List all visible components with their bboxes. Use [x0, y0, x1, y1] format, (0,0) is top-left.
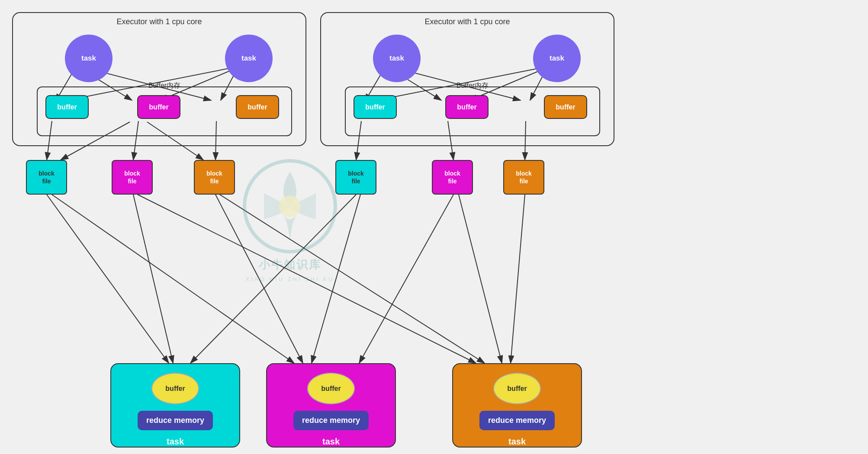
svg-line-25 — [190, 195, 356, 363]
right-buffer-mem-label: Buffer内存 — [457, 81, 489, 90]
svg-line-31 — [138, 195, 476, 363]
left-task1: task — [65, 35, 113, 82]
reduce-memory-magenta: reduce memory — [293, 411, 369, 430]
right-buffer-mem-box: Buffer内存 buffer buffer buffer — [345, 86, 600, 136]
bottom-task-label-magenta: task — [322, 437, 340, 447]
left-blockfile-cyan: blockfile — [26, 160, 67, 195]
svg-point-33 — [279, 195, 301, 217]
left-buffer-mem-box: Buffer内存 buffer buffer buffer — [37, 86, 292, 136]
bottom-task-label-orange: task — [508, 437, 526, 447]
bottom-task-magenta: buffer reduce memory task — [266, 363, 396, 448]
left-buffer-orange: buffer — [236, 95, 279, 119]
right-task2: task — [533, 35, 581, 82]
bottom-task-cyan: buffer reduce memory task — [110, 363, 240, 448]
left-blockfile-magenta: blockfile — [112, 160, 153, 195]
svg-line-22 — [133, 195, 173, 363]
left-buffer-magenta: buffer — [137, 95, 180, 119]
left-task2: task — [225, 35, 273, 82]
reduce-memory-cyan: reduce memory — [138, 411, 213, 430]
left-buffer-cyan: buffer — [45, 95, 89, 119]
svg-line-26 — [312, 195, 360, 363]
svg-line-30 — [220, 195, 485, 363]
svg-line-28 — [511, 195, 525, 363]
right-task1: task — [373, 35, 421, 82]
left-executor-box: Executor with 1 cpu core Buffer内存 buffer… — [12, 12, 306, 146]
svg-line-24 — [52, 195, 294, 363]
left-blockfile-orange: blockfile — [194, 160, 235, 195]
right-blockfile-magenta: blockfile — [432, 160, 473, 195]
right-buffer-magenta: buffer — [445, 95, 489, 119]
svg-line-23 — [215, 195, 303, 363]
svg-line-21 — [47, 195, 169, 363]
bottom-buffer-cyan: buffer — [151, 373, 199, 404]
svg-line-27 — [359, 195, 453, 363]
svg-line-29 — [459, 195, 502, 363]
right-blockfile-cyan: blockfile — [335, 160, 376, 195]
reduce-memory-orange: reduce memory — [479, 411, 555, 430]
bottom-buffer-orange: buffer — [493, 373, 541, 404]
left-buffer-mem-label: Buffer内存 — [148, 81, 180, 90]
right-executor-label: Executor with 1 cpu core — [321, 17, 614, 26]
right-blockfile-orange: blockfile — [503, 160, 544, 195]
bottom-task-orange: buffer reduce memory task — [452, 363, 582, 448]
bottom-buffer-magenta: buffer — [307, 373, 355, 404]
diagram-container: Executor with 1 cpu core Buffer内存 buffer… — [0, 0, 868, 454]
watermark-sub-text: XIAO NIU ZHI SHI KU — [246, 276, 334, 282]
bottom-task-label-cyan: task — [167, 437, 184, 447]
right-buffer-cyan: buffer — [354, 95, 397, 119]
watermark-logo — [242, 159, 338, 254]
svg-point-32 — [244, 161, 335, 252]
right-executor-box: Executor with 1 cpu core Buffer内存 buffer… — [320, 12, 614, 146]
watermark-main-text: 小牛知识库 — [259, 257, 321, 272]
right-buffer-orange: buffer — [544, 95, 587, 119]
left-executor-label: Executor with 1 cpu core — [13, 17, 305, 26]
